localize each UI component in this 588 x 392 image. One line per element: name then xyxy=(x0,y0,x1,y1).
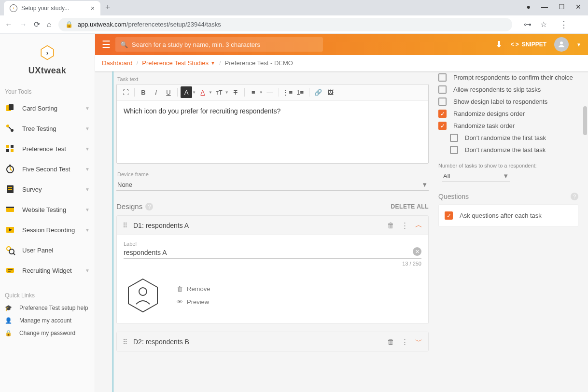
text-color-icon[interactable]: A xyxy=(197,86,209,98)
browser-tab[interactable]: › Setup your study... × xyxy=(4,1,100,15)
new-tab-button[interactable]: + xyxy=(105,2,111,13)
key-icon[interactable]: ⊶ xyxy=(524,20,532,29)
checkbox-icon[interactable] xyxy=(450,146,458,154)
help-icon[interactable]: ? xyxy=(571,193,578,200)
hamburger-icon[interactable]: ☰ xyxy=(102,39,111,50)
sidebar-item-five-second-test[interactable]: Five Second Test ▼ xyxy=(0,159,95,179)
drag-handle-icon[interactable]: ⠿ xyxy=(123,222,127,229)
breadcrumb-studies[interactable]: Preference Test Studies xyxy=(142,59,209,67)
avatar-chevron-icon[interactable]: ▼ xyxy=(576,42,581,47)
remove-design-button[interactable]: 🗑Remove xyxy=(177,285,210,293)
sidebar-item-tree-testing[interactable]: Tree Testing ▼ xyxy=(0,118,95,139)
dropdown-caret-icon[interactable]: ▼ xyxy=(225,90,229,95)
breadcrumb-dashboard[interactable]: Dashboard xyxy=(102,59,133,67)
more-icon[interactable]: ⋮ xyxy=(401,337,408,346)
device-frame-label: Device frame xyxy=(117,171,429,177)
sidebar-item-survey[interactable]: Survey ▼ xyxy=(0,179,95,199)
label-input[interactable] xyxy=(124,247,421,259)
clear-format-icon[interactable]: T xyxy=(230,86,241,98)
option-show-label[interactable]: Show design label to respondents xyxy=(438,96,578,108)
image-icon[interactable]: 🖼 xyxy=(325,86,336,98)
maximize-icon[interactable]: ☐ xyxy=(559,3,565,11)
underline-icon[interactable]: U xyxy=(163,86,174,98)
dropdown-caret-icon[interactable]: ▼ xyxy=(259,90,263,95)
sidebar-item-recruiting-widget[interactable]: Recruiting Widget ▼ xyxy=(0,260,95,280)
option-no-rand-first[interactable]: Don't randomize the first task xyxy=(438,132,578,144)
font-size-icon[interactable]: тT xyxy=(213,86,225,98)
survey-icon xyxy=(5,184,15,195)
sidebar-item-label: Survey xyxy=(22,186,42,193)
trash-icon[interactable]: 🗑 xyxy=(387,337,394,346)
user-icon: 👤 xyxy=(5,317,14,324)
avatar[interactable] xyxy=(554,37,569,52)
bold-icon[interactable]: B xyxy=(138,86,149,98)
browser-menu-icon[interactable]: ⋮ xyxy=(560,19,568,30)
five-second-icon xyxy=(5,164,15,174)
device-frame-select[interactable]: None ▼ xyxy=(116,179,429,191)
ordered-list-icon[interactable]: 1≡ xyxy=(294,86,306,98)
help-icon[interactable]: ? xyxy=(145,203,153,210)
hr-icon[interactable]: — xyxy=(264,86,276,98)
logo[interactable]: › UXtweak xyxy=(0,44,95,76)
search-input[interactable]: 🔍 Search for a study by name, min. 3 cha… xyxy=(115,37,323,52)
option-ask-questions[interactable]: ✓Ask questions after each task xyxy=(445,210,572,222)
home-icon[interactable]: ⌂ xyxy=(47,20,52,29)
link-icon[interactable]: 🔗 xyxy=(312,86,324,98)
checkbox-checked-icon[interactable]: ✓ xyxy=(438,110,447,118)
option-randomize-designs[interactable]: ✓Randomize designs order xyxy=(438,108,578,120)
sidebar-item-card-sorting[interactable]: Card Sorting ▼ xyxy=(0,98,95,118)
num-tasks-select[interactable]: All ▼ xyxy=(442,170,510,182)
fullscreen-icon[interactable]: ⛶ xyxy=(120,86,131,98)
collapse-icon[interactable]: ︿ xyxy=(415,221,422,230)
clear-input-icon[interactable]: ✕ xyxy=(413,247,421,256)
checkbox-icon[interactable] xyxy=(438,73,447,82)
option-randomize-tasks[interactable]: ✓Randomize task order xyxy=(438,120,578,132)
expand-icon[interactable]: ﹀ xyxy=(415,337,422,346)
breadcrumb-dropdown-icon[interactable]: ▼ xyxy=(210,60,215,66)
tab-close-icon[interactable]: × xyxy=(91,4,95,12)
minimize-icon[interactable]: — xyxy=(541,3,548,11)
preview-design-button[interactable]: 👁Preview xyxy=(177,298,210,306)
checkbox-checked-icon[interactable]: ✓ xyxy=(438,122,447,130)
sidebar-item-user-panel[interactable]: User Panel xyxy=(0,240,95,260)
quicklink-setup-help[interactable]: 🎓Preference Test setup help xyxy=(0,302,95,314)
italic-icon[interactable]: I xyxy=(150,86,162,98)
align-icon[interactable]: ≡ xyxy=(248,86,259,98)
editor-content[interactable]: Which icon do you prefer for recruiting … xyxy=(117,100,428,163)
dropdown-caret-icon[interactable]: ▼ xyxy=(209,90,212,95)
close-window-icon[interactable]: ✕ xyxy=(575,3,581,11)
more-icon[interactable]: ⋮ xyxy=(401,221,408,230)
scrollbar-thumb[interactable] xyxy=(583,106,587,135)
circle-icon[interactable]: ● xyxy=(527,3,531,11)
background-color-icon[interactable]: A xyxy=(181,86,192,98)
option-allow-skip[interactable]: Allow respondents to skip tasks xyxy=(438,84,578,96)
dropdown-caret-icon[interactable]: ▼ xyxy=(192,90,196,95)
quicklink-change-password[interactable]: 🔒Change my password xyxy=(0,327,95,339)
reload-icon[interactable]: ⟳ xyxy=(34,20,40,29)
star-icon[interactable]: ☆ xyxy=(540,20,547,29)
chevron-down-icon: ▼ xyxy=(85,187,90,192)
checkbox-checked-icon[interactable]: ✓ xyxy=(445,211,453,220)
download-icon[interactable]: ⬇ xyxy=(495,39,503,50)
quicklink-manage-account[interactable]: 👤Manage my account xyxy=(0,314,95,327)
sidebar-item-session-recording[interactable]: Session Recording ▼ xyxy=(0,220,95,240)
snippet-button[interactable]: < > SNIPPET xyxy=(510,41,546,48)
back-icon[interactable]: ← xyxy=(5,20,13,29)
option-no-rand-last[interactable]: Don't randomize the last task xyxy=(438,144,578,156)
chevron-down-icon: ▼ xyxy=(85,146,90,152)
sidebar-item-preference-test[interactable]: Preference Test ▼ xyxy=(0,139,95,159)
checkbox-icon[interactable] xyxy=(450,134,458,142)
unordered-list-icon[interactable]: ⋮≡ xyxy=(282,86,294,98)
url-input[interactable]: 🔒 app.uxtweak.com/preferencetest/setup/2… xyxy=(58,18,512,31)
checkbox-icon[interactable] xyxy=(438,98,447,106)
svg-rect-10 xyxy=(11,149,14,152)
drag-handle-icon[interactable]: ⠿ xyxy=(123,338,127,346)
user-panel-icon xyxy=(5,245,15,255)
trash-icon[interactable]: 🗑 xyxy=(387,221,394,229)
sidebar-item-website-testing[interactable]: Website Testing ▼ xyxy=(0,199,95,220)
checkbox-icon[interactable] xyxy=(438,85,447,94)
delete-all-button[interactable]: DELETE ALL xyxy=(391,203,429,210)
option-prompt-confirm[interactable]: Prompt respondents to confirm their choi… xyxy=(438,71,578,84)
code-icon: < > xyxy=(510,41,518,48)
svg-rect-7 xyxy=(6,145,9,148)
